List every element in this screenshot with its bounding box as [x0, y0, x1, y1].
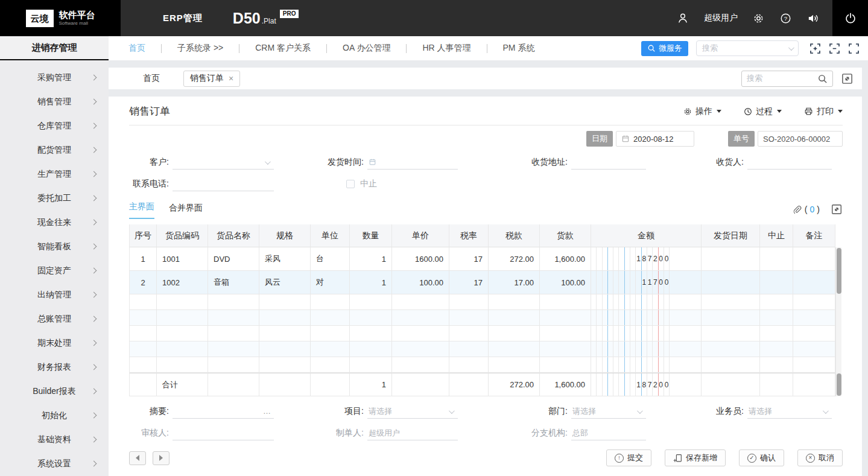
salesman-select[interactable]: 请选择 — [747, 404, 832, 419]
table-empty-row-2-cell-11[interactable] — [702, 326, 760, 341]
table-empty-row-2-cell-5[interactable] — [350, 326, 392, 341]
table-empty-row-4-cell-0[interactable] — [130, 357, 157, 373]
sidebar-item-6[interactable]: 现金往来 — [0, 211, 109, 235]
scrollbar-thumb[interactable] — [837, 248, 841, 294]
auditor-input[interactable] — [173, 426, 274, 440]
table-empty-row-4-cell-9[interactable] — [540, 357, 591, 373]
table-row-1-cell-5[interactable]: 1 — [350, 271, 392, 294]
date-input[interactable]: 2020-08-12 — [616, 131, 694, 147]
table-empty-row-3-cell-3[interactable] — [259, 341, 311, 357]
global-search-select[interactable]: 搜索 — [696, 40, 799, 56]
table-empty-row-4-cell-7[interactable] — [449, 357, 489, 373]
sidebar-item-12[interactable]: 财务报表 — [0, 355, 109, 379]
table-row-1-cell-4[interactable]: 对 — [311, 271, 350, 294]
current-username[interactable]: 超级用户 — [704, 13, 738, 24]
sidebar-item-2[interactable]: 仓库管理 — [0, 114, 109, 138]
table-empty-row-1-cell-2[interactable] — [208, 310, 259, 326]
sidebar-item-10[interactable]: 总账管理 — [0, 307, 109, 331]
zoom-in-bracket-icon[interactable] — [810, 43, 820, 54]
zoom-out-bracket-icon[interactable] — [829, 43, 840, 54]
table-empty-row-4-cell-12[interactable] — [760, 357, 793, 373]
tab-search-input[interactable]: 搜索 — [741, 71, 833, 87]
table-empty-row-2-cell-2[interactable] — [208, 326, 259, 341]
table-empty-row-4-cell-4[interactable] — [311, 357, 350, 373]
table-empty-row-2-cell-13[interactable] — [793, 326, 835, 341]
table-row-1-cell-11[interactable] — [702, 271, 760, 294]
table-empty-row-1-cell-8[interactable] — [489, 310, 540, 326]
confirm-button[interactable]: ✓ 确认 — [739, 449, 784, 466]
table-empty-row-3-cell-11[interactable] — [702, 341, 760, 357]
abort-checkbox[interactable] — [346, 180, 355, 188]
next-page-button[interactable] — [153, 451, 169, 465]
table-empty-row-4-cell-8[interactable] — [489, 357, 540, 373]
table-empty-row-1-cell-0[interactable] — [130, 310, 157, 326]
sidebar-item-3[interactable]: 配货管理 — [0, 138, 109, 162]
table-empty-row-0-cell-13[interactable] — [793, 294, 835, 310]
table-row-1-cell-0[interactable]: 2 — [130, 271, 157, 294]
table-empty-row-0-cell-3[interactable] — [259, 294, 311, 310]
sidebar-item-11[interactable]: 期末处理 — [0, 331, 109, 355]
settings-gear-icon[interactable] — [752, 12, 765, 25]
table-row-0-cell-12[interactable] — [760, 247, 793, 271]
tab-merged-interface[interactable]: 合并界面 — [169, 203, 203, 219]
table-empty-row-0-cell-6[interactable] — [392, 294, 449, 310]
table-empty-row-3-cell-10[interactable] — [591, 341, 702, 357]
tab-home[interactable]: 首页 — [143, 73, 160, 84]
table-empty-row-0-cell-2[interactable] — [208, 294, 259, 310]
summary-input[interactable]: … — [173, 404, 274, 419]
address-input[interactable] — [571, 155, 646, 170]
table-empty-row-0-cell-11[interactable] — [702, 294, 760, 310]
table-empty-row-0-cell-1[interactable] — [157, 294, 208, 310]
table-row-0-cell-11[interactable] — [702, 247, 760, 271]
table-empty-row-2-cell-12[interactable] — [760, 326, 793, 341]
sidebar-item-9[interactable]: 出纳管理 — [0, 283, 109, 307]
table-row-0-cell-1[interactable]: 1001 — [157, 247, 208, 271]
phone-input[interactable] — [173, 177, 274, 191]
table-empty-row-1-cell-3[interactable] — [259, 310, 311, 326]
microservice-button[interactable]: 微服务 — [641, 41, 688, 56]
table-empty-row-4-cell-3[interactable] — [259, 357, 311, 373]
more-ellipsis-button[interactable]: … — [263, 407, 271, 416]
table-empty-row-2-cell-1[interactable] — [157, 326, 208, 341]
table-empty-row-1-cell-12[interactable] — [760, 310, 793, 326]
table-empty-row-3-cell-7[interactable] — [449, 341, 489, 357]
tab-main-interface[interactable]: 主界面 — [129, 202, 154, 219]
order-no-input[interactable]: SO-2020-06-00002 — [758, 131, 843, 147]
vertical-scrollbar[interactable] — [835, 247, 841, 396]
table-row-0-cell-2[interactable]: DVD — [208, 247, 259, 271]
table-row-0-cell-13[interactable] — [793, 247, 835, 271]
sidebar-item-0[interactable]: 采购管理 — [0, 66, 109, 90]
table-row-1-cell-2[interactable]: 音箱 — [208, 271, 259, 294]
table-row-0-cell-4[interactable]: 台 — [311, 247, 350, 271]
table-empty-row-2-cell-0[interactable] — [130, 326, 157, 341]
table-empty-row-0-cell-9[interactable] — [540, 294, 591, 310]
table-empty-row-4-cell-2[interactable] — [208, 357, 259, 373]
table-row-1-cell-8[interactable]: 17.00 — [489, 271, 540, 294]
table-row-1-cell-6[interactable]: 100.00 — [392, 271, 449, 294]
table-empty-row-0-cell-12[interactable] — [760, 294, 793, 310]
table-empty-row-3-cell-8[interactable] — [489, 341, 540, 357]
table-empty-row-3-cell-1[interactable] — [157, 341, 208, 357]
submit-button[interactable]: ↑ 提交 — [606, 449, 651, 466]
table-empty-row-0-cell-5[interactable] — [350, 294, 392, 310]
user-avatar-icon[interactable] — [676, 11, 689, 25]
sidebar-item-13[interactable]: Builder报表 — [0, 379, 109, 404]
table-row-0-cell-6[interactable]: 1600.00 — [392, 247, 449, 271]
tab-sales-order[interactable]: 销售订单 × — [183, 71, 240, 87]
table-empty-row-1-cell-5[interactable] — [350, 310, 392, 326]
table-row-1-cell-7[interactable]: 17 — [449, 271, 489, 294]
table-row-0-cell-0[interactable]: 1 — [130, 247, 157, 271]
attachment-button[interactable]: (0) — [792, 205, 820, 215]
nav-item-5[interactable]: PM 系统 — [503, 43, 535, 54]
table-empty-row-1-cell-13[interactable] — [793, 310, 835, 326]
table-empty-row-2-cell-9[interactable] — [540, 326, 591, 341]
table-empty-row-4-cell-5[interactable] — [350, 357, 392, 373]
operate-dropdown-button[interactable]: 操作 — [683, 106, 721, 117]
table-empty-row-2-cell-4[interactable] — [311, 326, 350, 341]
table-empty-row-1-cell-4[interactable] — [311, 310, 350, 326]
save-new-button[interactable]: 保存新增 — [665, 449, 726, 466]
table-empty-row-3-cell-0[interactable] — [130, 341, 157, 357]
sidebar-item-1[interactable]: 销售管理 — [0, 90, 109, 114]
cancel-button[interactable]: × 取消 — [797, 449, 843, 466]
sidebar-item-16[interactable]: 系统设置 — [0, 452, 109, 476]
